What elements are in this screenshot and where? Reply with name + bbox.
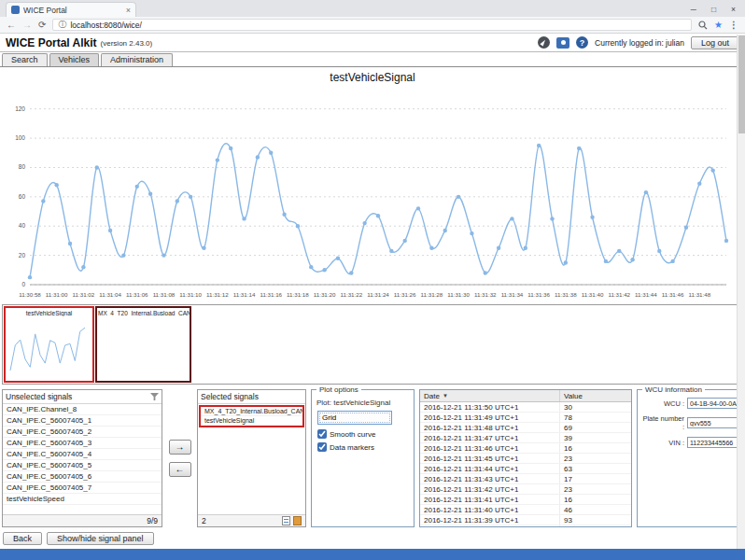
- svg-text:120: 120: [15, 105, 25, 112]
- table-row[interactable]: 2016-12-21 11:31:49 UTC+178: [420, 413, 631, 423]
- window-maximize-icon[interactable]: □: [711, 5, 716, 14]
- svg-text:11:31:00: 11:31:00: [46, 291, 68, 298]
- table-row[interactable]: 2016-12-21 11:31:44 UTC+163: [420, 464, 631, 474]
- cell-date: 2016-12-21 11:31:46 UTC+1: [420, 443, 560, 453]
- unselected-signal-item[interactable]: CAN_IPE.C_56007405_5: [3, 460, 162, 471]
- svg-text:11:31:46: 11:31:46: [662, 291, 684, 298]
- selected-count: 2: [202, 516, 206, 525]
- cell-value: 78: [560, 413, 631, 422]
- favicon-icon: [11, 6, 20, 14]
- window-close-icon[interactable]: ×: [731, 5, 736, 14]
- tab-vehicles[interactable]: Vehicles: [49, 53, 100, 66]
- unselected-signals-panel: Unselected signals CAN_IPE.Channel_8CAN_…: [2, 389, 162, 527]
- grid-toggle-button[interactable]: Grid: [317, 411, 392, 425]
- svg-text:20: 20: [19, 252, 26, 259]
- unselected-signal-item[interactable]: CAN_IPE.C_56007405_2: [3, 427, 162, 438]
- table-row[interactable]: 2016-12-21 11:31:42 UTC+123: [420, 484, 631, 495]
- window-minimize-icon[interactable]: ─: [691, 5, 696, 14]
- refresh-icon[interactable]: ⟳: [38, 21, 46, 30]
- smooth-curve-label: Smooth curve: [330, 430, 375, 439]
- back-icon[interactable]: ←: [7, 21, 16, 30]
- table-row[interactable]: 2016-12-21 11:31:38 UTC+115: [420, 525, 631, 526]
- cell-date: 2016-12-21 11:31:41 UTC+1: [420, 495, 560, 504]
- filter-icon[interactable]: [150, 393, 159, 401]
- page-scrollbar[interactable]: [737, 35, 745, 549]
- selected-signal-item[interactable]: MX_4_T20_Internal.Busload_CAN_3_0001: [201, 407, 302, 416]
- column-header-date[interactable]: Date ▼: [420, 390, 560, 401]
- svg-text:11:31:36: 11:31:36: [527, 291, 550, 298]
- unselected-signal-item[interactable]: CAN_IPE.C_56007405_1: [3, 415, 162, 427]
- table-row[interactable]: 2016-12-21 11:31:46 UTC+116: [420, 443, 631, 454]
- svg-text:11:31:28: 11:31:28: [421, 291, 443, 298]
- table-row[interactable]: 2016-12-21 11:31:43 UTC+117: [420, 474, 631, 484]
- tab-close-icon[interactable]: ×: [126, 6, 131, 15]
- move-left-button[interactable]: ←: [169, 462, 191, 477]
- svg-text:40: 40: [19, 222, 26, 229]
- unselected-signal-item[interactable]: testVehicleSpeed: [3, 494, 162, 505]
- smooth-curve-option[interactable]: Smooth curve: [317, 429, 410, 439]
- svg-text:11:31:48: 11:31:48: [688, 291, 710, 298]
- column-header-value[interactable]: Value: [560, 390, 631, 401]
- svg-text:11:31:26: 11:31:26: [394, 291, 416, 298]
- unselected-signal-list: CAN_IPE.Channel_8CAN_IPE.C_56007405_1CAN…: [3, 404, 162, 514]
- plate-number-field[interactable]: [687, 417, 739, 428]
- browser-tab-title: WICE Portal: [23, 6, 122, 15]
- cell-value: 23: [560, 484, 631, 494]
- screen: WICE Portal × ─ □ × ← → ⟳ ⓘ localhost:80…: [0, 0, 745, 560]
- thumbnail-busload[interactable]: MX_4_T20_Internal.Busload_CAN_3_0001: [95, 306, 191, 383]
- data-markers-checkbox[interactable]: [317, 442, 327, 452]
- table-row[interactable]: 2016-12-21 11:31:40 UTC+146: [420, 505, 631, 515]
- data-markers-option[interactable]: Data markers: [317, 442, 410, 452]
- table-body: 2016-12-21 11:31:50 UTC+1302016-12-21 11…: [420, 402, 631, 526]
- search-icon[interactable]: [698, 21, 708, 30]
- unselected-signal-item[interactable]: CAN_IPE.C_56007405_3: [3, 438, 162, 449]
- unselected-signal-item[interactable]: CAN_IPE.Channel_8: [3, 404, 162, 415]
- cell-date: 2016-12-21 11:31:38 UTC+1: [420, 525, 560, 526]
- selected-signal-item[interactable]: testVehicleSignal: [201, 416, 302, 426]
- browser-tab-bar: WICE Portal × ─ □ ×: [0, 0, 745, 17]
- back-button[interactable]: Back: [3, 532, 42, 545]
- sort-desc-icon: ▼: [443, 393, 448, 399]
- address-bar[interactable]: ⓘ localhost:8080/wice/: [52, 19, 692, 31]
- svg-text:11:31:14: 11:31:14: [233, 291, 256, 298]
- footer-buttons: Back Show/hide signal panel: [0, 529, 745, 546]
- export-icon[interactable]: [293, 516, 302, 525]
- unselected-count: 9/9: [147, 516, 158, 525]
- logout-button[interactable]: Log out: [691, 36, 739, 49]
- table-row[interactable]: 2016-12-21 11:31:41 UTC+116: [420, 495, 631, 505]
- browser-menu-icon[interactable]: ⋮: [729, 20, 738, 30]
- wcu-field[interactable]: [687, 398, 739, 409]
- move-right-button[interactable]: →: [169, 440, 191, 455]
- plot-options-title: Plot options: [316, 385, 361, 394]
- camera-icon[interactable]: [556, 37, 569, 49]
- table-row[interactable]: 2016-12-21 11:31:47 UTC+139: [420, 433, 631, 443]
- bookmark-star-icon[interactable]: ★: [714, 20, 723, 30]
- svg-text:11:31:24: 11:31:24: [367, 291, 389, 298]
- unselected-signal-item[interactable]: CAN_IPE.C_56007405_6: [3, 471, 162, 483]
- table-row[interactable]: 2016-12-21 11:31:45 UTC+123: [420, 454, 631, 464]
- browser-tab[interactable]: WICE Portal ×: [6, 2, 136, 17]
- unselected-signal-item[interactable]: CAN_IPE.C_56007405_7: [3, 483, 162, 494]
- table-row[interactable]: 2016-12-21 11:31:50 UTC+130: [420, 402, 631, 413]
- cell-date: 2016-12-21 11:31:40 UTC+1: [420, 505, 560, 514]
- unselected-signal-item[interactable]: CAN_IPE.C_56007405_4: [3, 449, 162, 460]
- scrollbar-thumb[interactable]: [738, 35, 745, 133]
- compass-icon[interactable]: [538, 36, 550, 49]
- help-icon[interactable]: ?: [576, 36, 588, 49]
- forward-icon[interactable]: →: [22, 21, 32, 30]
- signal-chart: 02040608010012011:30:5811:31:0011:31:021…: [2, 83, 738, 301]
- tab-search[interactable]: Search: [2, 53, 48, 66]
- plot-thumbnail-strip: testVehicleSignal MX_4_T20_Internal.Busl…: [2, 304, 743, 385]
- vin-field[interactable]: [687, 437, 739, 448]
- unselected-signals-title: Unselected signals: [6, 392, 150, 401]
- tab-administration[interactable]: Administration: [101, 53, 173, 66]
- smooth-curve-checkbox[interactable]: [317, 429, 327, 439]
- site-info-icon[interactable]: ⓘ: [58, 19, 66, 31]
- table-row[interactable]: 2016-12-21 11:31:48 UTC+169: [420, 423, 631, 433]
- move-buttons: → ←: [167, 389, 192, 527]
- svg-text:11:31:08: 11:31:08: [153, 291, 176, 298]
- thumbnail-testVehicleSignal[interactable]: testVehicleSignal: [4, 306, 94, 383]
- table-row[interactable]: 2016-12-21 11:31:39 UTC+193: [420, 515, 631, 525]
- report-icon[interactable]: [282, 516, 290, 525]
- toggle-signal-panel-button[interactable]: Show/hide signal panel: [47, 532, 154, 545]
